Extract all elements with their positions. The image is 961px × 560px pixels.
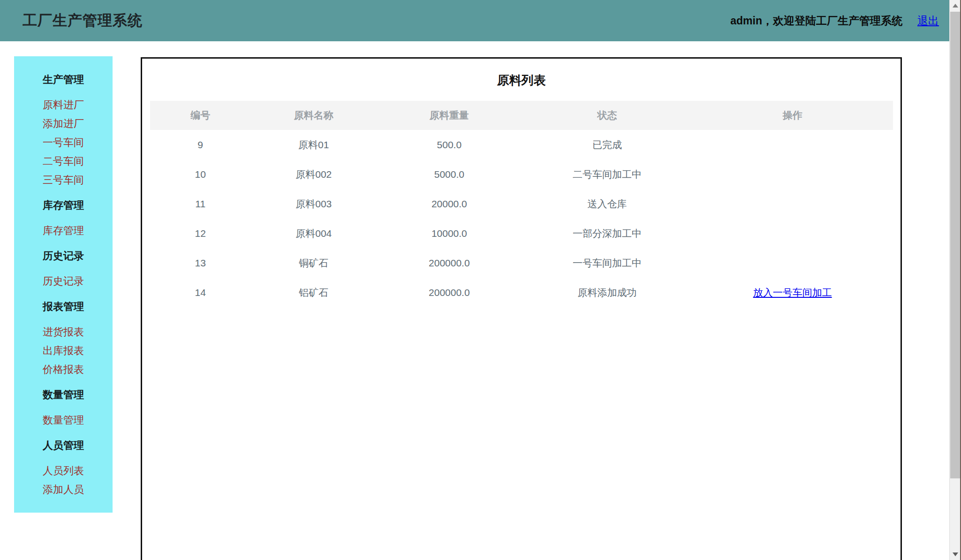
sidebar-item-0-4[interactable]: 三号车间: [14, 171, 113, 189]
cell-name: 原料01: [251, 130, 377, 159]
table-row: 13 铜矿石 200000.0 一号车间加工中: [150, 248, 893, 278]
column-header-weight: 原料重量: [377, 101, 522, 130]
sidebar-item-0-3[interactable]: 二号车间: [14, 152, 113, 171]
table-row: 11 原料003 20000.0 送入仓库: [150, 189, 893, 219]
sidebar-item-5-0[interactable]: 人员列表: [14, 462, 113, 480]
sidebar-item-0-2[interactable]: 一号车间: [14, 133, 113, 152]
cell-weight: 10000.0: [377, 219, 522, 248]
cell-status: 一号车间加工中: [522, 248, 692, 278]
cell-action: [692, 130, 893, 159]
table-row: 10 原料002 5000.0 二号车间加工中: [150, 159, 893, 189]
cell-id: 9: [150, 130, 251, 159]
sidebar-group-heading: 报表管理: [14, 297, 113, 316]
cell-id: 14: [150, 278, 251, 307]
sidebar-item-5-1[interactable]: 添加人员: [14, 480, 113, 499]
column-header-name: 原料名称: [251, 101, 377, 130]
sidebar-group-heading: 历史记录: [14, 247, 113, 265]
column-header-id: 编号: [150, 101, 251, 130]
cell-weight: 5000.0: [377, 159, 522, 189]
cell-weight: 200000.0: [377, 248, 522, 278]
cell-id: 11: [150, 189, 251, 219]
cell-name: 原料003: [251, 189, 377, 219]
app-title: 工厂生产管理系统: [23, 11, 143, 30]
sidebar-groups: 生产管理 原料进厂添加进厂一号车间二号车间三号车间 库存管理 库存管理 历史记录…: [14, 70, 113, 499]
header-right: admin，欢迎登陆工厂生产管理系统 退出: [730, 14, 939, 28]
sidebar: 生产管理 原料进厂添加进厂一号车间二号车间三号车间 库存管理 库存管理 历史记录…: [14, 56, 113, 513]
table-header-row: 编号 原料名称 原料重量 状态 操作: [150, 101, 893, 130]
scrollbar[interactable]: [949, 0, 961, 560]
cell-name: 原料002: [251, 159, 377, 189]
sidebar-item-3-1[interactable]: 出库报表: [14, 341, 113, 360]
sidebar-group: 数量管理 数量管理: [14, 386, 113, 430]
content-panel: 原料列表 编号 原料名称 原料重量 状态 操作 9 原料01 500.0 已完成…: [141, 57, 902, 560]
sidebar-group-items: 人员列表添加人员: [14, 462, 113, 499]
cell-weight: 200000.0: [377, 278, 522, 307]
materials-table: 编号 原料名称 原料重量 状态 操作 9 原料01 500.0 已完成 10 原…: [150, 101, 893, 307]
sidebar-group-items: 原料进厂添加进厂一号车间二号车间三号车间: [14, 96, 113, 189]
cell-status: 二号车间加工中: [522, 159, 692, 189]
sidebar-item-3-2[interactable]: 价格报表: [14, 360, 113, 379]
sidebar-item-3-0[interactable]: 进货报表: [14, 323, 113, 341]
sidebar-group-heading: 人员管理: [14, 436, 113, 455]
sidebar-group-heading: 生产管理: [14, 70, 113, 89]
sidebar-item-0-1[interactable]: 添加进厂: [14, 114, 113, 133]
cell-status: 原料添加成功: [522, 278, 692, 307]
scroll-down-button[interactable]: [950, 549, 961, 560]
scroll-up-button[interactable]: [950, 0, 961, 11]
sidebar-group-items: 进货报表出库报表价格报表: [14, 323, 113, 379]
down-arrow-icon: [953, 552, 958, 556]
action-link[interactable]: 放入一号车间加工: [753, 287, 832, 298]
cell-status: 一部分深加工中: [522, 219, 692, 248]
sidebar-group-heading: 库存管理: [14, 196, 113, 215]
cell-id: 10: [150, 159, 251, 189]
sidebar-group: 库存管理 库存管理: [14, 196, 113, 240]
cell-name: 原料004: [251, 219, 377, 248]
cell-action: [692, 219, 893, 248]
cell-name: 铝矿石: [251, 278, 377, 307]
column-header-action: 操作: [692, 101, 893, 130]
sidebar-item-2-0[interactable]: 历史记录: [14, 272, 113, 291]
column-header-status: 状态: [522, 101, 692, 130]
cell-action: [692, 189, 893, 219]
cell-weight: 20000.0: [377, 189, 522, 219]
cell-name: 铜矿石: [251, 248, 377, 278]
sidebar-group-heading: 数量管理: [14, 386, 113, 404]
header-bar: 工厂生产管理系统 admin，欢迎登陆工厂生产管理系统 退出: [0, 0, 949, 41]
sidebar-item-1-0[interactable]: 库存管理: [14, 221, 113, 240]
cell-weight: 500.0: [377, 130, 522, 159]
up-arrow-icon: [953, 4, 958, 8]
sidebar-item-0-0[interactable]: 原料进厂: [14, 96, 113, 114]
cell-action: [692, 159, 893, 189]
sidebar-group-items: 库存管理: [14, 221, 113, 240]
cell-action: [692, 248, 893, 278]
scroll-thumb[interactable]: [950, 12, 961, 478]
cell-id: 12: [150, 219, 251, 248]
page-title: 原料列表: [142, 71, 900, 90]
cell-id: 13: [150, 248, 251, 278]
table-row: 14 铝矿石 200000.0 原料添加成功 放入一号车间加工: [150, 278, 893, 307]
sidebar-group: 生产管理 原料进厂添加进厂一号车间二号车间三号车间: [14, 70, 113, 189]
sidebar-group: 历史记录 历史记录: [14, 247, 113, 291]
cell-action: 放入一号车间加工: [692, 278, 893, 307]
sidebar-group-items: 数量管理: [14, 411, 113, 430]
table-row: 9 原料01 500.0 已完成: [150, 130, 893, 159]
sidebar-group: 报表管理 进货报表出库报表价格报表: [14, 297, 113, 379]
cell-status: 已完成: [522, 130, 692, 159]
logout-link[interactable]: 退出: [917, 14, 939, 28]
sidebar-group: 人员管理 人员列表添加人员: [14, 436, 113, 499]
welcome-text: admin，欢迎登陆工厂生产管理系统: [730, 14, 902, 28]
cell-status: 送入仓库: [522, 189, 692, 219]
sidebar-item-4-0[interactable]: 数量管理: [14, 411, 113, 430]
sidebar-group-items: 历史记录: [14, 272, 113, 291]
table-row: 12 原料004 10000.0 一部分深加工中: [150, 219, 893, 248]
